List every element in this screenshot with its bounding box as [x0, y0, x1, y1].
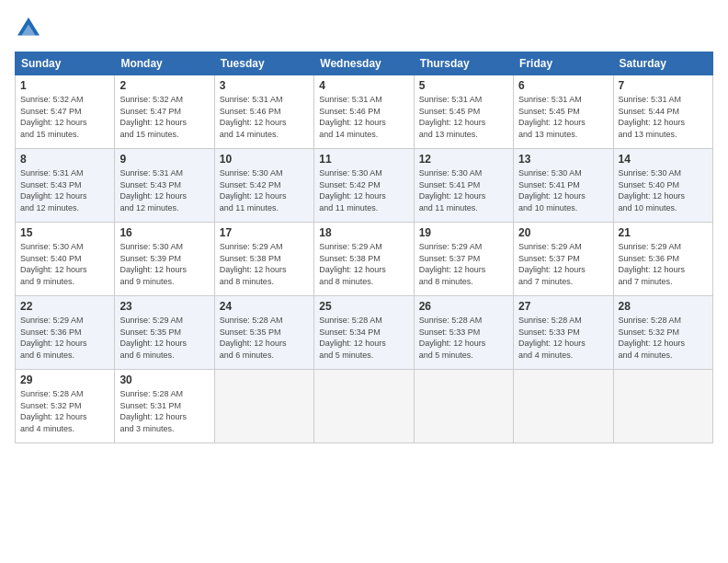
day-info: Sunrise: 5:30 AM Sunset: 5:41 PM Dayligh… [419, 167, 508, 213]
calendar-cell: 23Sunrise: 5:29 AM Sunset: 5:35 PM Dayli… [115, 296, 214, 370]
calendar-cell: 26Sunrise: 5:28 AM Sunset: 5:33 PM Dayli… [414, 296, 513, 370]
day-number: 27 [518, 300, 608, 313]
day-info: Sunrise: 5:30 AM Sunset: 5:41 PM Dayligh… [518, 167, 608, 213]
day-number: 10 [220, 153, 309, 166]
calendar-cell: 16Sunrise: 5:30 AM Sunset: 5:39 PM Dayli… [115, 223, 214, 296]
day-number: 29 [20, 373, 109, 386]
header-cell-monday: Monday [115, 52, 214, 75]
calendar-cell: 27Sunrise: 5:28 AM Sunset: 5:33 PM Dayli… [514, 296, 613, 370]
calendar-header: SundayMondayTuesdayWednesdayThursdayFrid… [16, 52, 713, 75]
day-number: 13 [518, 153, 608, 166]
day-number: 28 [619, 300, 708, 313]
calendar-cell [613, 370, 712, 443]
header-cell-wednesday: Wednesday [314, 52, 414, 75]
calendar-cell [314, 370, 414, 443]
day-info: Sunrise: 5:32 AM Sunset: 5:47 PM Dayligh… [20, 94, 109, 140]
day-info: Sunrise: 5:28 AM Sunset: 5:33 PM Dayligh… [518, 315, 608, 361]
header-cell-saturday: Saturday [613, 52, 712, 75]
day-info: Sunrise: 5:31 AM Sunset: 5:43 PM Dayligh… [20, 167, 109, 213]
calendar-cell: 8Sunrise: 5:31 AM Sunset: 5:43 PM Daylig… [16, 149, 115, 223]
calendar-cell: 24Sunrise: 5:28 AM Sunset: 5:35 PM Dayli… [214, 296, 313, 370]
calendar-cell: 7Sunrise: 5:31 AM Sunset: 5:44 PM Daylig… [613, 75, 712, 149]
day-info: Sunrise: 5:30 AM Sunset: 5:39 PM Dayligh… [119, 241, 209, 287]
day-info: Sunrise: 5:31 AM Sunset: 5:45 PM Dayligh… [419, 94, 508, 140]
logo-icon [15, 15, 42, 42]
day-number: 23 [119, 300, 209, 313]
day-info: Sunrise: 5:30 AM Sunset: 5:40 PM Dayligh… [20, 241, 109, 287]
calendar-cell: 29Sunrise: 5:28 AM Sunset: 5:32 PM Dayli… [16, 370, 115, 443]
calendar-row: 29Sunrise: 5:28 AM Sunset: 5:32 PM Dayli… [16, 370, 713, 443]
day-info: Sunrise: 5:28 AM Sunset: 5:34 PM Dayligh… [319, 315, 408, 361]
calendar-cell: 6Sunrise: 5:31 AM Sunset: 5:45 PM Daylig… [514, 75, 613, 149]
calendar-row: 15Sunrise: 5:30 AM Sunset: 5:40 PM Dayli… [16, 223, 713, 296]
day-info: Sunrise: 5:30 AM Sunset: 5:42 PM Dayligh… [319, 167, 408, 213]
day-info: Sunrise: 5:30 AM Sunset: 5:42 PM Dayligh… [220, 167, 309, 213]
day-info: Sunrise: 5:31 AM Sunset: 5:44 PM Dayligh… [619, 94, 708, 140]
day-number: 15 [20, 226, 109, 239]
day-number: 20 [518, 226, 608, 239]
day-number: 8 [20, 153, 109, 166]
day-number: 14 [619, 153, 708, 166]
calendar-cell: 10Sunrise: 5:30 AM Sunset: 5:42 PM Dayli… [214, 149, 313, 223]
calendar-cell: 30Sunrise: 5:28 AM Sunset: 5:31 PM Dayli… [115, 370, 214, 443]
calendar-cell: 19Sunrise: 5:29 AM Sunset: 5:37 PM Dayli… [414, 223, 513, 296]
day-info: Sunrise: 5:31 AM Sunset: 5:43 PM Dayligh… [119, 167, 209, 213]
calendar-cell: 18Sunrise: 5:29 AM Sunset: 5:38 PM Dayli… [314, 223, 414, 296]
day-number: 25 [319, 300, 408, 313]
day-info: Sunrise: 5:28 AM Sunset: 5:32 PM Dayligh… [20, 388, 109, 434]
calendar-row: 1Sunrise: 5:32 AM Sunset: 5:47 PM Daylig… [16, 75, 713, 149]
calendar-cell: 12Sunrise: 5:30 AM Sunset: 5:41 PM Dayli… [414, 149, 513, 223]
day-info: Sunrise: 5:28 AM Sunset: 5:33 PM Dayligh… [419, 315, 508, 361]
calendar-cell: 2Sunrise: 5:32 AM Sunset: 5:47 PM Daylig… [115, 75, 214, 149]
header-row: SundayMondayTuesdayWednesdayThursdayFrid… [16, 52, 713, 75]
day-number: 19 [419, 226, 508, 239]
calendar-cell: 3Sunrise: 5:31 AM Sunset: 5:46 PM Daylig… [214, 75, 313, 149]
day-info: Sunrise: 5:32 AM Sunset: 5:47 PM Dayligh… [119, 94, 209, 140]
calendar-cell: 4Sunrise: 5:31 AM Sunset: 5:46 PM Daylig… [314, 75, 414, 149]
day-info: Sunrise: 5:29 AM Sunset: 5:36 PM Dayligh… [619, 241, 708, 287]
day-number: 2 [119, 79, 209, 92]
day-number: 16 [119, 226, 209, 239]
calendar-cell: 20Sunrise: 5:29 AM Sunset: 5:37 PM Dayli… [514, 223, 613, 296]
calendar-cell: 5Sunrise: 5:31 AM Sunset: 5:45 PM Daylig… [414, 75, 513, 149]
calendar-cell: 21Sunrise: 5:29 AM Sunset: 5:36 PM Dayli… [613, 223, 712, 296]
day-info: Sunrise: 5:28 AM Sunset: 5:35 PM Dayligh… [220, 315, 309, 361]
day-number: 18 [319, 226, 408, 239]
day-info: Sunrise: 5:29 AM Sunset: 5:35 PM Dayligh… [119, 315, 209, 361]
calendar-cell [514, 370, 613, 443]
day-info: Sunrise: 5:30 AM Sunset: 5:40 PM Dayligh… [619, 167, 708, 213]
calendar-cell: 22Sunrise: 5:29 AM Sunset: 5:36 PM Dayli… [16, 296, 115, 370]
calendar-cell: 17Sunrise: 5:29 AM Sunset: 5:38 PM Dayli… [214, 223, 313, 296]
calendar-cell: 11Sunrise: 5:30 AM Sunset: 5:42 PM Dayli… [314, 149, 414, 223]
day-number: 21 [619, 226, 708, 239]
calendar-cell: 28Sunrise: 5:28 AM Sunset: 5:32 PM Dayli… [613, 296, 712, 370]
day-info: Sunrise: 5:31 AM Sunset: 5:46 PM Dayligh… [220, 94, 309, 140]
header-cell-friday: Friday [514, 52, 613, 75]
day-number: 26 [419, 300, 508, 313]
day-number: 5 [419, 79, 508, 92]
calendar-cell [414, 370, 513, 443]
calendar-cell: 9Sunrise: 5:31 AM Sunset: 5:43 PM Daylig… [115, 149, 214, 223]
day-number: 11 [319, 153, 408, 166]
day-number: 7 [619, 79, 708, 92]
day-info: Sunrise: 5:29 AM Sunset: 5:37 PM Dayligh… [419, 241, 508, 287]
day-info: Sunrise: 5:29 AM Sunset: 5:38 PM Dayligh… [220, 241, 309, 287]
day-number: 17 [220, 226, 309, 239]
day-info: Sunrise: 5:28 AM Sunset: 5:32 PM Dayligh… [619, 315, 708, 361]
calendar-table: SundayMondayTuesdayWednesdayThursdayFrid… [15, 52, 713, 443]
day-number: 1 [20, 79, 109, 92]
calendar-row: 22Sunrise: 5:29 AM Sunset: 5:36 PM Dayli… [16, 296, 713, 370]
day-number: 4 [319, 79, 408, 92]
calendar-body: 1Sunrise: 5:32 AM Sunset: 5:47 PM Daylig… [16, 75, 713, 443]
day-info: Sunrise: 5:31 AM Sunset: 5:45 PM Dayligh… [518, 94, 608, 140]
header-cell-tuesday: Tuesday [214, 52, 313, 75]
day-info: Sunrise: 5:29 AM Sunset: 5:38 PM Dayligh… [319, 241, 408, 287]
day-number: 3 [220, 79, 309, 92]
day-number: 22 [20, 300, 109, 313]
header-cell-thursday: Thursday [414, 52, 513, 75]
header-cell-sunday: Sunday [16, 52, 115, 75]
day-info: Sunrise: 5:29 AM Sunset: 5:36 PM Dayligh… [20, 315, 109, 361]
calendar-cell: 25Sunrise: 5:28 AM Sunset: 5:34 PM Dayli… [314, 296, 414, 370]
logo [15, 15, 46, 42]
calendar-cell: 1Sunrise: 5:32 AM Sunset: 5:47 PM Daylig… [16, 75, 115, 149]
